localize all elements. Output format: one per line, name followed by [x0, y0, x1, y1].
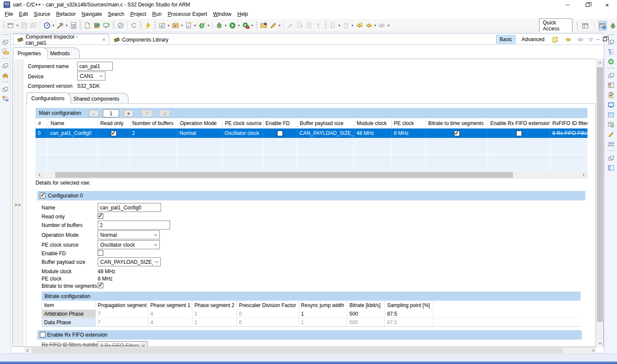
cell-enable-fd[interactable]: ✓: [263, 128, 297, 138]
restore-view-icon[interactable]: [1, 38, 10, 46]
outline-view-icon[interactable]: [607, 48, 615, 56]
new-c-file-icon[interactable]: c+: [184, 21, 193, 30]
scroll-right-button[interactable]: [590, 347, 596, 354]
debug-perspective-button[interactable]: [609, 21, 617, 30]
cell-propagation[interactable]: 7: [96, 310, 148, 318]
new-c-project-icon[interactable]: C+: [157, 21, 167, 30]
column-header[interactable]: Enable Rx FIFO extension: [488, 118, 550, 128]
debug-icon[interactable]: [214, 21, 224, 30]
flash-programmer-icon[interactable]: [42, 21, 51, 30]
rx-fifo-checkbox[interactable]: ✓: [516, 131, 522, 136]
menu-run[interactable]: Run: [149, 10, 165, 18]
config-table-row[interactable]: 0 can_pal1_Config0 ✓ 2 Normal Oscillator…: [36, 128, 587, 138]
menu-source[interactable]: Source: [31, 10, 53, 18]
scroll-right-button[interactable]: [580, 172, 587, 178]
view-vertical-scrollbar[interactable]: [596, 59, 603, 347]
column-header[interactable]: Enable FD: [264, 118, 298, 128]
cell-sampling[interactable]: 87.5: [385, 310, 434, 318]
column-header[interactable]: RxFIFO ID filters: [550, 118, 587, 128]
cell-phase-seg1[interactable]: 4: [148, 310, 192, 318]
tab-configurations[interactable]: Configurations: [27, 92, 71, 104]
bitrate-row-arbitration[interactable]: Arbitration Phase 7 4 1 0 1 500 87.5: [42, 310, 581, 318]
menu-navigate[interactable]: Navigate: [78, 10, 105, 18]
flash-programmer-dropdown[interactable]: ▾: [51, 24, 55, 27]
target-connection-icon[interactable]: [607, 58, 615, 66]
menu-edit[interactable]: Edit: [16, 10, 31, 18]
components-stack-icon[interactable]: [1, 72, 10, 79]
scroll-left-button[interactable]: [36, 172, 43, 178]
new-wizard-icon[interactable]: +: [6, 21, 15, 30]
close-button[interactable]: ×: [597, 0, 617, 9]
enable-fd-checkbox[interactable]: ✓: [98, 250, 103, 256]
mark-occurrences-dropdown[interactable]: ▾: [278, 24, 282, 27]
memory-binary-icon[interactable]: 1010 0101: [607, 140, 615, 148]
open-perspective-icon[interactable]: +: [582, 21, 590, 30]
scroll-up-button[interactable]: [596, 59, 603, 66]
name-input[interactable]: [98, 203, 161, 212]
run-external-tools-dropdown[interactable]: ▾: [250, 24, 254, 27]
column-header[interactable]: Resync jump width: [299, 301, 347, 310]
device-select[interactable]: CAN1: [77, 72, 105, 81]
refresh-document-icon[interactable]: [295, 21, 304, 30]
expand-palette-button[interactable]: >>: [15, 202, 21, 207]
config-count-field[interactable]: 1: [103, 109, 119, 117]
debug-dropdown[interactable]: ▾: [224, 24, 228, 27]
cell-sampling[interactable]: 87.5: [385, 318, 434, 326]
forward-icon[interactable]: [377, 21, 386, 30]
rx-fifo-checkbox[interactable]: ✓: [40, 332, 45, 337]
column-header[interactable]: #: [36, 118, 48, 128]
import-icon[interactable]: [259, 21, 268, 30]
tab-shared-components[interactable]: Shared components: [69, 93, 129, 104]
run-external-tools-icon[interactable]: [241, 21, 250, 30]
scroll-down-button[interactable]: [596, 340, 603, 347]
console-view-icon[interactable]: [607, 101, 615, 109]
flash-from-file-icon[interactable]: [143, 21, 153, 30]
restart-icon[interactable]: [129, 21, 138, 30]
view-back-icon[interactable]: [563, 35, 573, 44]
payload-size-select[interactable]: CAN_PAYLOAD_SIZE_8: [98, 257, 161, 266]
save-icon[interactable]: [19, 21, 29, 30]
tab-components-library[interactable]: Components Library: [110, 34, 174, 45]
rx-fifo-filters-select[interactable]: 8 Rx FIFO Filters: [98, 341, 147, 346]
back-to-editor-icon[interactable]: ✦: [354, 21, 364, 30]
maximize-button[interactable]: [578, 0, 597, 9]
configuration-0-checkbox[interactable]: ✓: [40, 193, 45, 198]
scroll-left-button[interactable]: [24, 347, 31, 354]
run-dropdown[interactable]: ▾: [237, 24, 241, 27]
menu-help[interactable]: Help: [234, 10, 251, 18]
column-header[interactable]: PE clock source: [223, 118, 264, 128]
read-only-checkbox[interactable]: ✓: [98, 213, 103, 219]
move-down-button[interactable]: v: [159, 110, 170, 117]
move-up-button[interactable]: ^: [141, 110, 153, 117]
run-icon[interactable]: [228, 21, 237, 30]
new-c-file-dropdown[interactable]: ▾: [193, 24, 197, 27]
new-file-icon[interactable]: +: [83, 21, 92, 30]
next-edit-location-icon[interactable]: [341, 21, 350, 30]
new-s32ds-project-icon[interactable]: C+: [171, 21, 180, 30]
row-header[interactable]: Data Phase: [42, 318, 96, 326]
column-header[interactable]: Bitrate to time segments: [426, 118, 488, 128]
bitrate-segments-checkbox[interactable]: ✓: [454, 131, 460, 136]
tab-properties[interactable]: Properties: [13, 47, 48, 59]
enable-fd-checkbox[interactable]: ✓: [277, 131, 283, 136]
operation-mode-select[interactable]: Normal: [98, 230, 160, 239]
menu-window[interactable]: Window: [210, 10, 234, 18]
last-edit-location-icon[interactable]: [328, 21, 337, 30]
new-component-icon[interactable]: +: [92, 21, 102, 30]
project-explorer-icon[interactable]: [1, 48, 10, 56]
menu-search[interactable]: Search: [105, 10, 127, 18]
document-icon[interactable]: [304, 21, 314, 30]
next-edit-location-dropdown[interactable]: ▾: [350, 24, 354, 27]
column-header[interactable]: Buffer payload size: [298, 118, 355, 128]
restore-view-icon[interactable]: [607, 154, 615, 162]
new-target-icon[interactable]: +: [102, 21, 111, 30]
save-all-icon[interactable]: [29, 21, 38, 30]
cell-bitrate[interactable]: 500: [347, 318, 385, 326]
bitrate-row-data-phase[interactable]: Data Phase 7 4 1 0 1 500 87.5: [42, 318, 581, 327]
column-header[interactable]: Propagation segment: [96, 301, 148, 310]
back-icon[interactable]: [364, 21, 373, 30]
cell-prescaler[interactable]: 0: [237, 318, 299, 326]
cpp-perspective-button[interactable]: C: [599, 21, 607, 30]
restore-view-icon[interactable]: [1, 85, 10, 93]
bitrate-segments-checkbox[interactable]: ✓: [98, 283, 103, 288]
